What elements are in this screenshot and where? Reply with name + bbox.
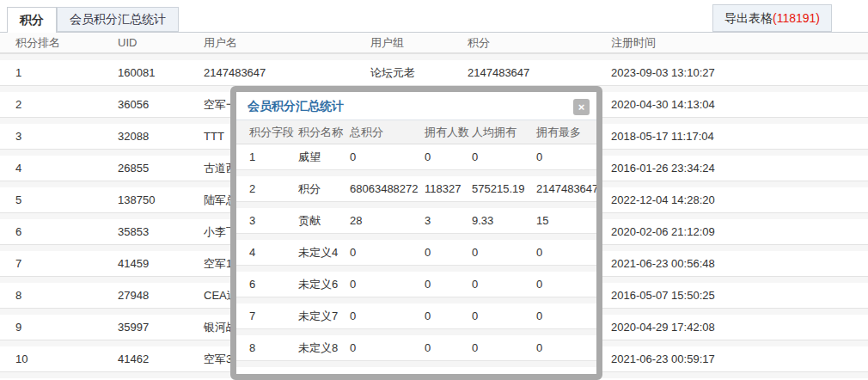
modal-table-header: 积分字段 积分名称 总积分 拥有人数 人均拥有 拥有最多 bbox=[236, 120, 596, 144]
cell-credit-name: 未定义8 bbox=[298, 335, 338, 360]
cell-max-owned: 0 bbox=[536, 303, 542, 328]
modal-row-divider bbox=[236, 201, 596, 208]
cell-points: 2147483647 bbox=[468, 60, 529, 85]
cell-max-owned: 0 bbox=[536, 272, 542, 297]
cell-regtime: 2021-06-23 00:59:17 bbox=[611, 346, 715, 371]
cell-credit-name: 未定义7 bbox=[298, 303, 338, 328]
header-average-owned: 人均拥有 bbox=[472, 120, 517, 144]
cell-average-owned: 0 bbox=[472, 144, 478, 169]
cell-total-points: 0 bbox=[350, 144, 356, 169]
modal-table-row: 2 积分 68063488272 118327 575215.19 214748… bbox=[236, 176, 596, 201]
cell-uid: 32088 bbox=[118, 124, 149, 149]
cell-credit-field: 2 bbox=[249, 176, 255, 201]
row-divider bbox=[0, 53, 868, 60]
header-owner-count: 拥有人数 bbox=[425, 120, 469, 144]
cell-username: 空军3 bbox=[204, 346, 232, 371]
modal-row-divider bbox=[236, 233, 596, 240]
header-total-points: 总积分 bbox=[350, 120, 383, 144]
header-uid: UID bbox=[118, 33, 137, 53]
header-regtime: 注册时间 bbox=[611, 33, 656, 53]
cell-credit-field: 8 bbox=[249, 335, 255, 360]
cell-regtime: 2020-04-30 14:13:04 bbox=[611, 92, 715, 117]
header-max-owned: 拥有最多 bbox=[536, 120, 581, 144]
tab-points-summary[interactable]: 会员积分汇总统计 bbox=[57, 7, 179, 32]
cell-owner-count: 0 bbox=[425, 303, 431, 328]
modal-row-divider bbox=[236, 328, 596, 335]
cell-group: 论坛元老 bbox=[370, 60, 415, 85]
cell-average-owned: 0 bbox=[472, 303, 478, 328]
header-group: 用户组 bbox=[370, 33, 404, 53]
tab-bar: 积分 会员积分汇总统计 导出表格(118191) bbox=[0, 0, 868, 33]
cell-uid: 27948 bbox=[118, 283, 149, 308]
ranking-table-header: 积分排名 UID 用户名 用户组 积分 注册时间 bbox=[0, 33, 868, 53]
cell-rank: 6 bbox=[15, 219, 21, 244]
cell-rank: 8 bbox=[15, 283, 21, 308]
header-credit-name: 积分名称 bbox=[298, 120, 343, 144]
cell-credit-field: 1 bbox=[249, 144, 255, 169]
cell-rank: 7 bbox=[15, 251, 21, 276]
modal-row-divider bbox=[236, 169, 596, 176]
modal-row-divider bbox=[236, 265, 596, 272]
export-table-button[interactable]: 导出表格(118191) bbox=[712, 4, 832, 32]
modal-title: 会员积分汇总统计 bbox=[248, 99, 344, 113]
cell-total-points: 0 bbox=[350, 240, 356, 265]
cell-regtime: 2018-05-17 11:17:04 bbox=[611, 124, 714, 149]
cell-uid: 138750 bbox=[118, 187, 155, 212]
modal-title-bar: 会员积分汇总统计 × bbox=[236, 92, 596, 120]
cell-owner-count: 3 bbox=[425, 208, 431, 233]
cell-total-points: 0 bbox=[350, 272, 356, 297]
export-table-label: 导出表格 bbox=[724, 11, 773, 25]
cell-credit-name: 未定义4 bbox=[298, 240, 338, 265]
cell-max-owned: 0 bbox=[536, 144, 542, 169]
cell-owner-count: 0 bbox=[425, 335, 431, 360]
close-icon[interactable]: × bbox=[573, 99, 590, 115]
modal-table-row: 1 威望 0 0 0 0 bbox=[236, 144, 596, 169]
cell-total-points: 0 bbox=[350, 335, 356, 360]
cell-regtime: 2023-09-03 13:10:27 bbox=[611, 60, 715, 85]
cell-max-owned: 0 bbox=[536, 335, 542, 360]
cell-rank: 5 bbox=[15, 187, 21, 212]
cell-credit-field: 7 bbox=[249, 303, 255, 328]
cell-credit-name: 威望 bbox=[298, 144, 321, 169]
tab-points[interactable]: 积分 bbox=[7, 7, 57, 33]
cell-owner-count: 0 bbox=[425, 272, 431, 297]
cell-owner-count: 0 bbox=[425, 144, 431, 169]
cell-max-owned: 2147483647 bbox=[536, 176, 598, 201]
cell-rank: 1 bbox=[15, 60, 21, 85]
cell-uid: 41462 bbox=[118, 346, 149, 371]
header-rank: 积分排名 bbox=[15, 33, 60, 53]
modal-table-row: 8 未定义8 0 0 0 0 bbox=[236, 335, 596, 360]
cell-rank: 10 bbox=[15, 346, 28, 371]
cell-regtime: 2020-02-06 21:12:09 bbox=[611, 219, 715, 244]
modal-table-row: 6 未定义6 0 0 0 0 bbox=[236, 272, 596, 297]
cell-regtime: 2020-04-29 17:42:08 bbox=[611, 315, 715, 340]
cell-uid: 36056 bbox=[118, 92, 149, 117]
points-summary-modal: 会员积分汇总统计 × 积分字段 积分名称 总积分 拥有人数 人均拥有 拥有最多 … bbox=[230, 86, 602, 380]
cell-username: TTT bbox=[204, 124, 224, 149]
cell-total-points: 28 bbox=[350, 208, 362, 233]
cell-username: 2147483647 bbox=[204, 60, 266, 85]
export-table-count: (118191) bbox=[773, 11, 820, 25]
cell-uid: 35853 bbox=[118, 219, 149, 244]
cell-rank: 2 bbox=[15, 92, 21, 117]
cell-credit-field: 3 bbox=[249, 208, 255, 233]
cell-max-owned: 0 bbox=[536, 240, 542, 265]
cell-average-owned: 0 bbox=[472, 335, 478, 360]
cell-username: 空军1 bbox=[204, 251, 232, 276]
cell-rank: 9 bbox=[15, 315, 21, 340]
cell-rank: 4 bbox=[15, 156, 21, 181]
header-credit-field: 积分字段 bbox=[249, 120, 294, 144]
cell-average-owned: 9.33 bbox=[472, 208, 493, 233]
cell-average-owned: 0 bbox=[472, 240, 478, 265]
cell-owner-count: 0 bbox=[425, 240, 431, 265]
modal-row-divider bbox=[236, 297, 596, 303]
cell-regtime: 2022-12-04 14:28:20 bbox=[611, 187, 715, 212]
modal-table-row: 3 贡献 28 3 9.33 15 bbox=[236, 208, 596, 233]
cell-credit-field: 6 bbox=[249, 272, 255, 297]
cell-regtime: 2016-05-07 15:50:25 bbox=[611, 283, 715, 308]
cell-total-points: 0 bbox=[350, 303, 356, 328]
cell-uid: 160081 bbox=[118, 60, 155, 85]
modal-table-row: 7 未定义7 0 0 0 0 bbox=[236, 303, 596, 328]
cell-credit-name: 未定义6 bbox=[298, 272, 338, 297]
cell-average-owned: 0 bbox=[472, 272, 478, 297]
